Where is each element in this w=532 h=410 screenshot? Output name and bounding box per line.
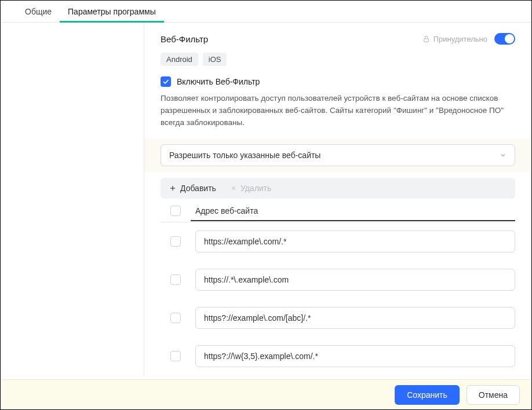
url-input[interactable] (195, 345, 515, 367)
row-checkbox[interactable] (170, 313, 181, 323)
table-row (161, 261, 515, 299)
url-toolbar: Добавить Удалить (161, 178, 515, 199)
platform-badge-android: Android (161, 53, 198, 66)
enable-web-filter-checkbox[interactable] (161, 76, 171, 87)
cancel-button[interactable]: Отмена (467, 385, 520, 405)
select-all-checkbox[interactable] (170, 206, 181, 216)
filter-mode-select[interactable]: Разрешить только указанные веб-сайты (161, 144, 515, 166)
url-table-header: Адрес веб-сайта (161, 206, 515, 222)
chevron-down-icon (500, 152, 507, 159)
add-button[interactable]: Добавить (169, 184, 216, 193)
web-filter-section: Веб-Фильтр Принудительно (144, 23, 531, 135)
svg-rect-0 (424, 38, 428, 41)
tab-program-settings[interactable]: Параметры программы (60, 1, 164, 22)
web-filter-description: Позволяет контролировать доступ пользова… (161, 93, 515, 129)
delete-button: Удалить (230, 184, 271, 193)
url-input[interactable] (195, 269, 515, 291)
left-sidebar (1, 23, 144, 376)
web-filter-title: Веб-Фильтр (161, 34, 208, 44)
row-checkbox[interactable] (170, 351, 181, 361)
save-button[interactable]: Сохранить (395, 385, 460, 405)
settings-panel: Веб-Фильтр Принудительно (144, 23, 531, 376)
table-row (161, 299, 515, 337)
url-input[interactable] (195, 230, 515, 252)
row-checkbox[interactable] (170, 236, 181, 247)
footer-bar: Сохранить Отмена (1, 379, 531, 409)
column-header-address[interactable]: Адрес веб-сайта (191, 206, 515, 221)
platform-badge-ios: iOS (203, 53, 227, 66)
tab-bar: Общие Параметры программы (1, 1, 531, 23)
row-checkbox[interactable] (170, 274, 181, 285)
tab-general[interactable]: Общие (17, 1, 60, 22)
table-row (161, 337, 515, 375)
lock-icon (422, 35, 430, 43)
table-row (161, 222, 515, 261)
forced-mode-label: Принудительно (422, 35, 487, 43)
enable-web-filter-label: Включить Веб-Фильтр (177, 77, 260, 86)
web-filter-forced-toggle[interactable] (494, 33, 515, 45)
url-input[interactable] (195, 307, 515, 329)
